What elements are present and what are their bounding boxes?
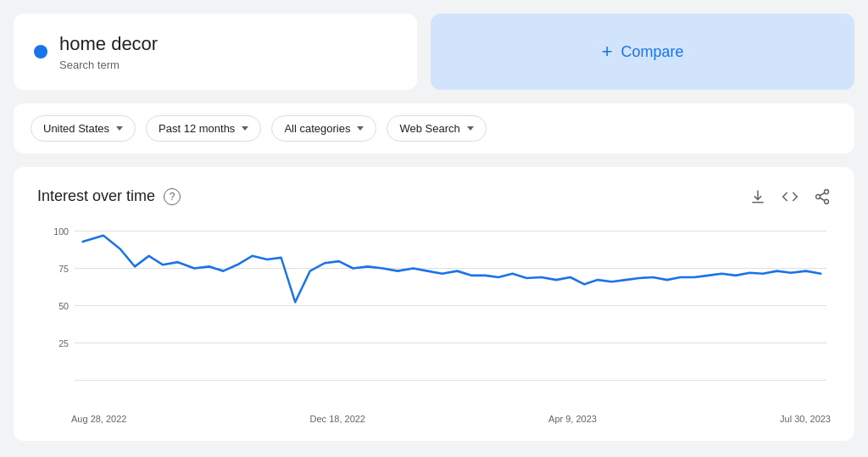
help-icon[interactable]: ? [164,188,181,205]
trend-chart-svg: 100 75 50 25 [37,222,831,409]
categories-chevron-icon [357,126,364,131]
search-term-card: home decor Search term [14,14,417,90]
share-icon[interactable] [814,188,831,205]
categories-filter-label: All categories [284,122,350,135]
svg-text:100: 100 [53,226,69,236]
svg-line-4 [820,192,825,195]
svg-line-3 [820,198,825,200]
compare-inner: + Compare [602,41,684,63]
chart-actions [749,188,831,205]
chart-section: Interest over time ? [14,167,854,441]
time-range-filter-button[interactable]: Past 12 months [146,115,261,142]
svg-point-1 [816,194,821,198]
time-range-chevron-icon [242,126,248,131]
svg-text:50: 50 [58,300,69,310]
download-icon[interactable] [749,188,766,205]
search-type-filter-label: Web Search [399,122,459,135]
chart-area: 100 75 50 25 [37,222,831,409]
time-range-filter-label: Past 12 months [159,122,235,135]
x-label-2: Dec 18, 2022 [310,414,365,424]
x-label-4: Jul 30, 2023 [780,414,831,424]
x-label-1: Aug 28, 2022 [71,414,126,424]
compare-label: Compare [620,43,683,61]
location-filter-label: United States [43,122,109,135]
term-name: home decor [59,32,158,57]
compare-card[interactable]: + Compare [431,14,854,90]
blue-dot-indicator [34,45,47,59]
embed-icon[interactable] [782,188,798,205]
compare-plus-icon: + [602,41,613,63]
location-chevron-icon [116,126,123,131]
top-section: home decor Search term + Compare [0,0,868,90]
svg-point-0 [825,189,829,193]
search-type-chevron-icon [467,126,474,131]
x-label-3: Apr 9, 2023 [548,414,597,424]
categories-filter-button[interactable]: All categories [271,115,376,142]
search-type-filter-button[interactable]: Web Search [387,115,486,142]
svg-point-2 [825,199,829,203]
filters-section: United States Past 12 months All categor… [14,103,854,153]
term-text: home decor Search term [59,32,158,71]
svg-text:25: 25 [58,337,69,348]
chart-title: Interest over time [37,187,155,205]
chart-title-area: Interest over time ? [37,187,181,205]
x-axis-labels: Aug 28, 2022 Dec 18, 2022 Apr 9, 2023 Ju… [37,409,831,424]
svg-text:75: 75 [58,263,69,273]
chart-header: Interest over time ? [37,187,831,205]
location-filter-button[interactable]: United States [31,115,136,142]
term-type: Search term [59,59,158,71]
